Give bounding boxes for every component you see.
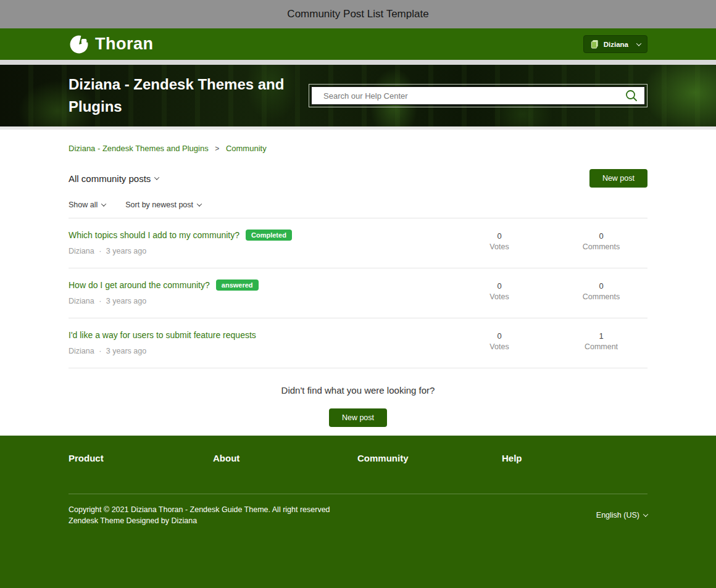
comments-label: Comments (555, 242, 647, 251)
footer-column-heading: Community (357, 453, 502, 463)
comments-count: 0 (555, 231, 647, 241)
brand-name: Thoran (95, 35, 154, 54)
post-author: Diziana (69, 347, 94, 355)
template-banner: Community Post List Template (0, 0, 716, 28)
breadcrumb-home-link[interactable]: Diziana - Zendesk Themes and Plugins (69, 144, 209, 153)
comments-label: Comments (555, 292, 647, 301)
site-footer: Product (0, 436, 716, 588)
footer-column-heading: About (213, 453, 357, 463)
footer-column: Community (357, 453, 502, 474)
votes-label: Votes (453, 292, 546, 301)
comments-label: Comment (555, 342, 647, 351)
chevron-down-icon (643, 511, 648, 516)
search-input[interactable] (322, 91, 625, 101)
footer-column-heading: Product (69, 453, 213, 463)
filter-label: All community posts (69, 173, 151, 184)
post-title-link[interactable]: Which topics should I add to my communit… (69, 230, 239, 240)
post-timestamp: 3 years ago (106, 297, 146, 305)
chevron-down-icon (101, 201, 106, 206)
post-title-link[interactable]: How do I get around the community? (69, 280, 210, 290)
chevron-down-icon (636, 41, 641, 46)
documents-icon (590, 39, 599, 49)
post-row: How do I get around the community?answer… (69, 268, 647, 318)
main-content: Diziana - Zendesk Themes and Plugins > C… (0, 130, 716, 436)
post-meta: Diziana · 3 years ago (69, 347, 453, 355)
language-selector[interactable]: English (US) (596, 511, 647, 520)
comments-count: 1 (555, 331, 647, 341)
post-stats: 0 Votes 0 Comments (453, 230, 647, 251)
chevron-down-icon (154, 175, 159, 180)
footer-bottom-bar: Copyright © 2021 Diziana Thoran - Zendes… (69, 494, 647, 526)
copyright-text: Copyright © 2021 Diziana Thoran - Zendes… (69, 504, 330, 526)
breadcrumb: Diziana - Zendesk Themes and Plugins > C… (69, 144, 647, 153)
site-header: Thoran Diziana (0, 28, 716, 60)
votes-stat: 0 Votes (453, 331, 546, 351)
footer-column: About (213, 453, 357, 474)
post-row: I'd like a way for users to submit featu… (69, 318, 647, 368)
votes-stat: 0 Votes (453, 281, 546, 301)
account-menu-button[interactable]: Diziana (583, 35, 647, 53)
hero-section: Diziana - Zendesk Themes and Plugins (0, 65, 716, 126)
status-badge: answered (216, 280, 259, 291)
post-timestamp: 3 years ago (106, 347, 146, 355)
breadcrumb-community-link[interactable]: Community (226, 144, 267, 153)
footer-columns: Product (69, 453, 647, 474)
sort-filter-dropdown[interactable]: Sort by newest post (125, 201, 201, 209)
header-divider-strip (0, 60, 716, 65)
comments-stat: 1 Comment (555, 331, 647, 351)
post-timestamp: 3 years ago (106, 247, 146, 255)
post-title-link[interactable]: I'd like a way for users to submit featu… (69, 330, 256, 340)
post-author: Diziana (69, 247, 94, 255)
votes-count: 0 (453, 231, 546, 241)
votes-count: 0 (453, 331, 546, 341)
account-label: Diziana (604, 41, 628, 48)
community-posts-filter-dropdown[interactable]: All community posts (69, 173, 159, 184)
search-icon[interactable] (625, 89, 638, 102)
cta-section: Didn't find what you were looking for? N… (69, 385, 647, 427)
footer-column: Help (502, 453, 646, 474)
comments-count: 0 (555, 281, 647, 291)
votes-stat: 0 Votes (453, 231, 546, 251)
votes-count: 0 (453, 281, 546, 291)
chevron-down-icon (197, 201, 202, 206)
status-badge: Completed (246, 230, 292, 241)
footer-column: Product (69, 453, 213, 474)
votes-label: Votes (453, 342, 546, 351)
language-label: English (US) (596, 511, 639, 520)
comments-stat: 0 Comments (555, 281, 647, 301)
posts-toolbar: All community posts New post (69, 169, 647, 188)
brand-logo[interactable]: Thoran (69, 34, 154, 55)
post-author: Diziana (69, 297, 94, 305)
post-meta: Diziana · 3 years ago (69, 247, 453, 255)
pie-circle-logo-icon (69, 34, 90, 55)
comments-stat: 0 Comments (555, 231, 647, 251)
post-row: Which topics should I add to my communit… (69, 218, 647, 268)
show-filter-dropdown[interactable]: Show all (69, 201, 106, 209)
cta-prompt: Didn't find what you were looking for? (69, 385, 647, 395)
page-title: Diziana - Zendesk Themes and Plugins (69, 73, 298, 118)
breadcrumb-separator: > (215, 144, 219, 153)
show-filter-label: Show all (69, 201, 98, 209)
post-stats: 0 Votes 1 Comment (453, 329, 647, 351)
post-stats: 0 Votes 0 Comments (453, 280, 647, 301)
footer-column-heading: Help (502, 453, 646, 463)
post-meta: Diziana · 3 years ago (69, 297, 453, 305)
template-title: Community Post List Template (287, 8, 428, 20)
new-post-button[interactable]: New post (589, 169, 647, 188)
sort-filter-label: Sort by newest post (125, 201, 193, 209)
list-filters: Show all Sort by newest post (69, 201, 647, 209)
search-box (309, 84, 647, 107)
post-list: Which topics should I add to my communit… (69, 218, 647, 368)
cta-new-post-button[interactable]: New post (329, 408, 387, 427)
votes-label: Votes (453, 242, 546, 251)
